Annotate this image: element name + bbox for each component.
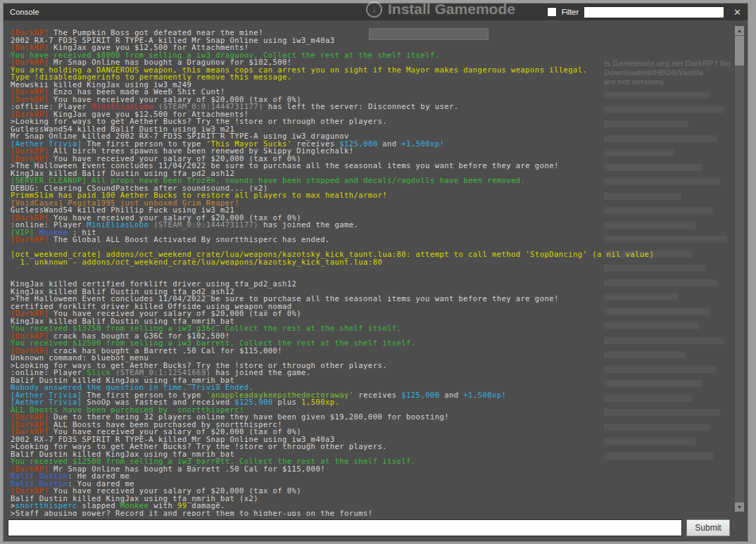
scroll-down-icon[interactable]: ▼ [735,502,744,512]
scrollbar-thumb[interactable] [735,36,744,65]
submit-button[interactable]: Submit [686,519,730,536]
filter-checkbox[interactable] [547,7,557,17]
console-titlebar[interactable]: Console Filter ✕ [4,4,748,20]
close-icon[interactable]: ✕ [733,8,741,17]
command-entry-row: Submit [8,519,730,536]
command-input[interactable] [8,519,682,536]
console-line: 1. unknown - addons/oct_weekend_crate/lu… [11,258,729,266]
titlebar-controls: Filter ✕ [547,6,741,18]
console-window: Console Filter ✕ [DarkRP] The Pumpkin Bo… [3,3,748,542]
console-line [11,265,729,273]
console-line: :online: Player MiniEliasLobo (STEAM_0:0… [11,221,729,229]
console-line: >Staff abusing power? Record it and repo… [11,510,729,517]
filter-label: Filter [562,8,579,16]
scrollbar[interactable]: ▲ ▼ [734,25,745,512]
filter-input[interactable] [584,6,724,18]
scroll-up-icon[interactable]: ▲ [735,26,744,35]
console-title: Console [10,8,39,16]
console-log[interactable]: [DarkRP] The Pumpkin Boss got defeated n… [11,25,729,516]
console-line: [DarkRP] The Global ALL Boost Activated … [11,236,729,243]
